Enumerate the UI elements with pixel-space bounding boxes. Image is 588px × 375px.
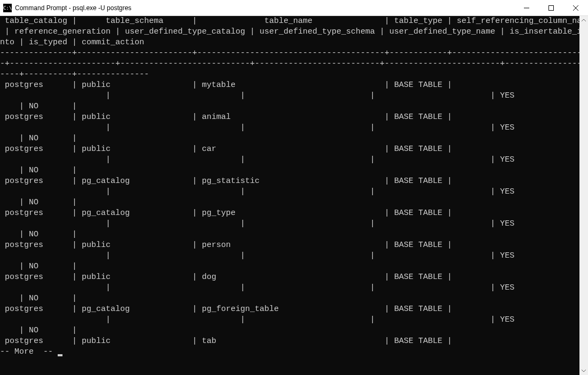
maximize-icon [548, 5, 554, 11]
terminal-output[interactable]: table_catalog | table_schema | table_nam… [0, 16, 579, 375]
app-icon: C:\ [3, 4, 12, 12]
window-titlebar: C:\ Command Prompt - psql.exe -U postgre… [0, 0, 588, 16]
window-title: Command Prompt - psql.exe -U postgres [15, 4, 514, 12]
svg-rect-1 [549, 6, 554, 11]
app-icon-label: C:\ [3, 5, 12, 11]
vertical-scrollbar[interactable] [579, 16, 588, 375]
minimize-button[interactable] [514, 0, 539, 16]
chevron-down-icon [582, 370, 586, 372]
scroll-up-arrow[interactable] [579, 16, 588, 25]
close-icon [573, 5, 578, 11]
minimize-icon [524, 5, 529, 11]
terminal-cursor [58, 354, 62, 356]
close-button[interactable] [563, 0, 588, 16]
chevron-up-icon [582, 19, 586, 21]
scroll-down-arrow[interactable] [579, 366, 588, 375]
window-controls [514, 0, 588, 15]
maximize-button[interactable] [539, 0, 563, 16]
